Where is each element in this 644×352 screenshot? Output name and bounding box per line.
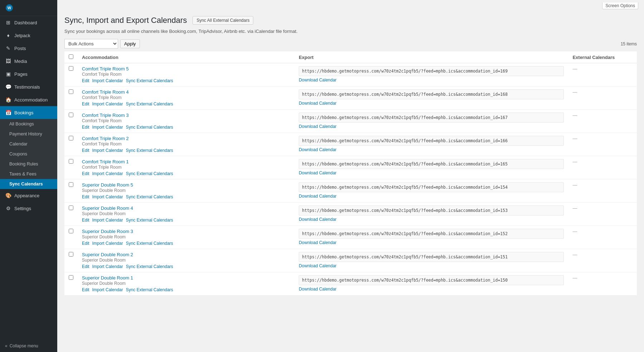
sidebar-item-media[interactable]: 🖼 Media xyxy=(0,55,57,68)
room-name[interactable]: Superior Double Room 4 xyxy=(82,205,290,211)
row-export: https://hbdemo.getmotopress.com/w70z4tm2… xyxy=(294,226,568,249)
row-action-link[interactable]: Sync External Calendars xyxy=(126,218,173,223)
row-action-link[interactable]: Sync External Calendars xyxy=(126,171,173,176)
room-name[interactable]: Comfort Triple Room 4 xyxy=(82,89,290,95)
row-action-link[interactable]: Import Calendar xyxy=(92,101,123,106)
row-action-link[interactable]: Edit xyxy=(82,264,89,269)
sidebar-item-label: Bookings xyxy=(14,110,33,115)
select-all-checkbox[interactable] xyxy=(69,54,73,59)
room-name[interactable]: Comfort Triple Room 3 xyxy=(82,113,290,118)
collapse-menu[interactable]: « Collapse menu xyxy=(0,340,57,352)
row-action-link[interactable]: Sync External Calendars xyxy=(126,78,173,83)
sidebar-item-payment-history[interactable]: Payment History xyxy=(0,129,57,139)
row-action-link[interactable]: Import Calendar xyxy=(92,125,123,130)
room-name[interactable]: Comfort Triple Room 2 xyxy=(82,136,290,141)
download-calendar-link[interactable]: Download Calendar xyxy=(299,287,564,292)
sidebar-item-appearance[interactable]: 🎨 Appearance xyxy=(0,189,57,202)
row-action-link[interactable]: Sync External Calendars xyxy=(126,194,173,199)
row-checkbox[interactable] xyxy=(69,252,73,257)
row-action-link[interactable]: Import Calendar xyxy=(92,171,123,176)
row-action-link[interactable]: Import Calendar xyxy=(92,194,123,199)
row-accommodation: Superior Double Room 3 Superior Double R… xyxy=(78,226,294,249)
sidebar-item-jetpack[interactable]: ♦ Jetpack xyxy=(0,29,57,42)
row-checkbox-cell xyxy=(64,110,78,133)
sidebar-logo[interactable]: W xyxy=(0,0,57,16)
row-action-link[interactable]: Sync External Calendars xyxy=(126,101,173,106)
row-action-link[interactable]: Sync External Calendars xyxy=(126,148,173,153)
screen-options-button[interactable]: Screen Options xyxy=(602,3,638,9)
download-calendar-link[interactable]: Download Calendar xyxy=(299,194,564,199)
row-action-link[interactable]: Edit xyxy=(82,148,89,153)
room-name[interactable]: Superior Double Room 3 xyxy=(82,229,290,234)
sidebar-item-coupons[interactable]: Coupons xyxy=(0,149,57,159)
row-action-link[interactable]: Edit xyxy=(82,241,89,246)
sidebar-item-taxes-fees[interactable]: Taxes & Fees xyxy=(0,169,57,179)
sidebar-item-label: Pages xyxy=(14,71,28,77)
row-checkbox[interactable] xyxy=(69,182,73,187)
row-action-link[interactable]: Sync External Calendars xyxy=(126,241,173,246)
row-checkbox[interactable] xyxy=(69,89,73,94)
row-checkbox[interactable] xyxy=(69,275,73,280)
sidebar-item-calendar[interactable]: Calendar xyxy=(0,139,57,149)
row-checkbox[interactable] xyxy=(69,136,73,140)
row-action-link[interactable]: Import Calendar xyxy=(92,287,123,292)
row-action-link[interactable]: Edit xyxy=(82,287,89,292)
row-action-link[interactable]: Edit xyxy=(82,101,89,106)
row-external: — xyxy=(568,226,637,249)
collapse-label: Collapse menu xyxy=(10,343,38,348)
room-name[interactable]: Superior Double Room 5 xyxy=(82,182,290,188)
bulk-actions-select[interactable]: Bulk Actions xyxy=(64,39,118,49)
row-checkbox[interactable] xyxy=(69,205,73,210)
row-actions: EditImport CalendarSync External Calenda… xyxy=(82,125,290,130)
row-checkbox[interactable] xyxy=(69,66,73,71)
row-action-link[interactable]: Import Calendar xyxy=(92,264,123,269)
download-calendar-link[interactable]: Download Calendar xyxy=(299,101,564,106)
row-action-link[interactable]: Edit xyxy=(82,171,89,176)
sidebar-item-label: Settings xyxy=(14,206,31,211)
row-checkbox[interactable] xyxy=(69,159,73,164)
main-content: Screen Options Sync, Import and Export C… xyxy=(57,0,644,352)
row-action-link[interactable]: Sync External Calendars xyxy=(126,287,173,292)
room-name[interactable]: Superior Double Room 1 xyxy=(82,275,290,281)
sidebar-item-accommodation[interactable]: 🏠 Accommodation xyxy=(0,93,57,106)
row-action-link[interactable]: Edit xyxy=(82,218,89,223)
row-action-link[interactable]: Sync External Calendars xyxy=(126,264,173,269)
sidebar-item-pages[interactable]: ▣ Pages xyxy=(0,68,57,80)
row-action-link[interactable]: Edit xyxy=(82,125,89,130)
external-cal-value: — xyxy=(572,229,577,234)
download-calendar-link[interactable]: Download Calendar xyxy=(299,147,564,152)
sidebar-item-testimonials[interactable]: 💬 Testimonials xyxy=(0,80,57,93)
sidebar-item-settings[interactable]: ⚙ Settings xyxy=(0,202,57,215)
download-calendar-link[interactable]: Download Calendar xyxy=(299,170,564,175)
sidebar-item-booking-rules[interactable]: Booking Rules xyxy=(0,159,57,169)
download-calendar-link[interactable]: Download Calendar xyxy=(299,78,564,83)
room-name[interactable]: Superior Double Room 2 xyxy=(82,252,290,257)
room-name[interactable]: Comfort Triple Room 5 xyxy=(82,66,290,71)
row-checkbox[interactable] xyxy=(69,113,73,117)
sidebar-item-bookings[interactable]: 📅 Bookings xyxy=(0,106,57,119)
room-name[interactable]: Comfort Triple Room 1 xyxy=(82,159,290,164)
download-calendar-link[interactable]: Download Calendar xyxy=(299,217,564,222)
sidebar: W ⊞ Dashboard ♦ Jetpack ✎ Posts 🖼 Media … xyxy=(0,0,57,352)
booking-rules-label: Booking Rules xyxy=(9,162,38,167)
download-calendar-link[interactable]: Download Calendar xyxy=(299,263,564,268)
apply-button[interactable]: Apply xyxy=(120,39,140,48)
page-header: Sync, Import and Export Calendars Sync A… xyxy=(64,16,637,25)
row-external: — xyxy=(568,179,637,203)
sidebar-item-sync-calendars[interactable]: Sync Calendars xyxy=(0,179,57,189)
download-calendar-link[interactable]: Download Calendar xyxy=(299,124,564,129)
row-action-link[interactable]: Import Calendar xyxy=(92,148,123,153)
sidebar-item-posts[interactable]: ✎ Posts xyxy=(0,42,57,55)
row-action-link[interactable]: Sync External Calendars xyxy=(126,125,173,130)
row-action-link[interactable]: Edit xyxy=(82,194,89,199)
row-checkbox[interactable] xyxy=(69,229,73,233)
sidebar-item-all-bookings[interactable]: All Bookings xyxy=(0,119,57,129)
row-action-link[interactable]: Import Calendar xyxy=(92,218,123,223)
row-action-link[interactable]: Import Calendar xyxy=(92,241,123,246)
row-action-link[interactable]: Import Calendar xyxy=(92,78,123,83)
row-action-link[interactable]: Edit xyxy=(82,78,89,83)
sidebar-item-dashboard[interactable]: ⊞ Dashboard xyxy=(0,16,57,29)
export-url: https://hbdemo.getmotopress.com/w70z4tm2… xyxy=(299,66,564,76)
sync-all-button[interactable]: Sync All External Calendars xyxy=(192,16,253,25)
download-calendar-link[interactable]: Download Calendar xyxy=(299,240,564,245)
